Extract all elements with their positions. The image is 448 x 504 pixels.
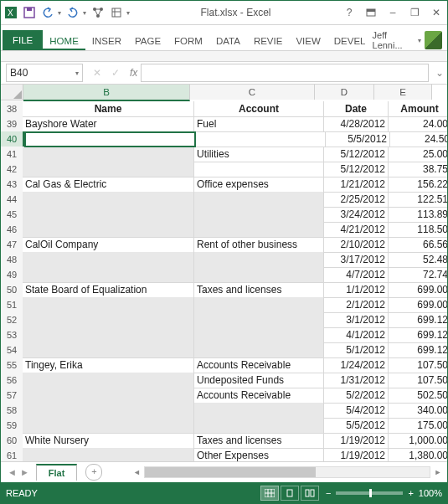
row-header[interactable]: 39 — [1, 116, 23, 132]
cell[interactable]: State Board of Equalization — [23, 282, 194, 298]
save-icon[interactable] — [23, 6, 36, 19]
cell[interactable]: Rent of other business — [194, 237, 324, 253]
scroll-left-icon[interactable]: ◄ — [131, 468, 142, 476]
cell[interactable]: 340.00 — [389, 403, 447, 419]
zoom-slider[interactable] — [336, 491, 403, 495]
tab-file[interactable]: FILE — [3, 30, 43, 50]
cell[interactable]: 5/4/2012 — [324, 403, 389, 419]
row-header[interactable]: 38 — [1, 101, 23, 117]
cell[interactable]: 699.00 — [389, 282, 447, 298]
cell[interactable]: Utilities — [194, 147, 324, 162]
formula-bar-expand-icon[interactable]: ⌄ — [432, 67, 447, 79]
cell[interactable] — [194, 252, 324, 268]
cell[interactable] — [194, 342, 324, 358]
row-header[interactable]: 56 — [1, 373, 23, 388]
cell[interactable]: Bayshore Water — [23, 116, 194, 132]
cell[interactable]: 1/31/2012 — [324, 373, 389, 388]
cell[interactable] — [194, 222, 324, 238]
cell[interactable]: Undeposited Funds — [194, 373, 324, 388]
cell[interactable]: Accounts Receivable — [194, 388, 324, 404]
new-sheet-button[interactable]: + — [85, 464, 102, 481]
cell[interactable]: 1/1/2012 — [324, 282, 389, 298]
cell[interactable]: 3/1/2012 — [324, 312, 389, 328]
row-header[interactable]: 49 — [1, 267, 23, 283]
cell[interactable] — [23, 312, 194, 328]
cell[interactable]: 2/10/2012 — [324, 237, 389, 253]
redo-icon[interactable] — [66, 6, 80, 19]
cell[interactable]: 5/2/2012 — [324, 388, 389, 404]
row-header[interactable]: 54 — [1, 342, 23, 358]
row-header[interactable]: 42 — [1, 162, 23, 177]
row-header[interactable]: 46 — [1, 222, 23, 238]
row-header[interactable]: 57 — [1, 388, 23, 404]
cell[interactable]: 107.50 — [389, 357, 447, 373]
row-header[interactable]: 40 — [1, 131, 24, 147]
horizontal-scroll-track[interactable] — [144, 466, 430, 478]
cell[interactable] — [23, 162, 194, 177]
zoom-in-button[interactable]: + — [408, 488, 413, 498]
cell[interactable]: 72.74 — [389, 267, 447, 283]
cell[interactable]: 25.00 — [389, 147, 447, 162]
column-header-c[interactable]: C — [190, 85, 315, 100]
cell[interactable] — [194, 403, 324, 419]
cell[interactable]: 1,000.00 — [389, 433, 447, 449]
row-header[interactable]: 51 — [1, 297, 23, 313]
redo-dropdown-icon[interactable]: ▾ — [83, 9, 86, 17]
cell[interactable] — [23, 267, 194, 283]
cell[interactable]: 122.51 — [389, 192, 447, 208]
row-header[interactable]: 50 — [1, 282, 23, 298]
cell[interactable]: 1/19/2012 — [324, 433, 389, 449]
column-header-b[interactable]: B — [23, 85, 190, 101]
cell[interactable] — [194, 267, 324, 283]
cell[interactable] — [23, 297, 194, 313]
cell[interactable] — [194, 418, 324, 434]
sheet-nav-next-icon[interactable]: ► — [20, 467, 29, 477]
column-header-e[interactable]: E — [374, 85, 432, 100]
cell[interactable]: 5/12/2012 — [324, 162, 389, 177]
row-header[interactable]: 48 — [1, 252, 23, 268]
cell[interactable]: 2/1/2012 — [324, 297, 389, 313]
row-header[interactable]: 44 — [1, 192, 23, 208]
zoom-level[interactable]: 100% — [419, 488, 442, 498]
sheet-tab-flat[interactable]: Flat — [36, 464, 78, 481]
cell[interactable]: Office expenses — [194, 177, 324, 193]
cell[interactable] — [194, 192, 324, 208]
name-box[interactable]: B40 ▾ — [6, 64, 83, 82]
row-header[interactable]: 53 — [1, 327, 23, 343]
account-menu[interactable]: Jeff Lenni... ▾ — [373, 30, 445, 50]
column-header-d[interactable]: D — [315, 85, 374, 100]
cell[interactable]: 3/24/2012 — [324, 207, 389, 223]
cell[interactable]: Cal Gas & Electric — [23, 177, 194, 193]
cell[interactable]: CalOil Company — [23, 237, 194, 253]
cell[interactable] — [194, 207, 324, 223]
row-header[interactable]: 52 — [1, 312, 23, 328]
cell[interactable] — [24, 131, 196, 147]
cell[interactable] — [194, 312, 324, 328]
cell[interactable]: Other Expenses — [194, 448, 324, 461]
cell[interactable] — [23, 418, 194, 434]
cell[interactable]: 2/25/2012 — [324, 192, 389, 208]
cell[interactable]: 1/19/2012 — [324, 448, 389, 461]
cell[interactable]: 699.12 — [389, 312, 447, 328]
cell[interactable]: Fuel — [194, 116, 324, 132]
undo-icon[interactable] — [41, 6, 54, 19]
cell[interactable]: 175.00 — [389, 418, 447, 434]
row-header[interactable]: 58 — [1, 403, 23, 419]
cell[interactable] — [194, 327, 324, 343]
cell[interactable]: 5/5/2012 — [324, 418, 389, 434]
cell[interactable]: 502.50 — [389, 388, 447, 404]
cell[interactable]: 38.75 — [389, 162, 447, 177]
cell[interactable] — [23, 147, 194, 162]
cell[interactable]: Account — [194, 101, 324, 117]
zoom-out-button[interactable]: − — [326, 488, 331, 498]
cell[interactable]: 4/21/2012 — [324, 222, 389, 238]
tab-data[interactable]: DATA — [209, 31, 247, 50]
restore-icon[interactable]: ❐ — [407, 5, 422, 20]
cell[interactable]: Date — [324, 101, 389, 117]
tab-review[interactable]: REVIE — [247, 31, 290, 50]
new-sheet-icon[interactable] — [110, 6, 123, 19]
tab-view[interactable]: VIEW — [289, 31, 327, 50]
row-header[interactable]: 47 — [1, 237, 23, 253]
cell[interactable]: 24.50 — [390, 131, 447, 147]
cell[interactable]: Taxes and licenses — [194, 282, 324, 298]
